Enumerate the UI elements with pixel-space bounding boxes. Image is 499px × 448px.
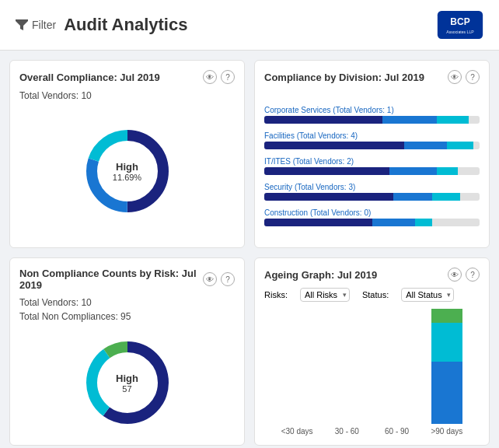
eye-icon-overall[interactable]: 👁 <box>203 70 217 84</box>
bar-chart-area: <30 days30 - 6060 - 90>90 days <box>264 308 480 436</box>
card-icons-overall: 👁 ? <box>203 70 235 84</box>
division-bar-bg-0 <box>264 116 480 124</box>
card-header-overall: Overall Compliance: Jul 2019 👁 ? <box>19 70 235 84</box>
nc-donut-container: High 57 <box>19 330 235 436</box>
division-item-4: Construction (Total Vendors: 0) <box>264 208 480 226</box>
overall-donut-main: High <box>113 161 141 173</box>
division-bar-bg-1 <box>264 142 480 149</box>
division-bar-fill-2 <box>264 167 480 175</box>
status-select-wrapper: All Status <box>401 288 454 302</box>
bar-x-labels: <30 days30 - 6060 - 90>90 days <box>264 424 480 436</box>
nc-stats: Total Vendors: 10 Total Non Compliances:… <box>19 297 235 325</box>
nc-donut-value: 57 <box>116 384 138 394</box>
division-label-0: Corporate Services (Total Vendors: 1) <box>264 106 480 114</box>
company-logo: BCP Associates LLP <box>437 9 483 40</box>
division-bar-bg-2 <box>264 167 480 175</box>
svg-text:BCP: BCP <box>450 16 469 27</box>
division-item-1: Facilities (Total Vendors: 4) <box>264 131 480 149</box>
bar-group-3 <box>430 309 464 424</box>
overall-donut-label: High 11.69% <box>113 161 141 182</box>
division-bar-fill-3 <box>264 193 480 201</box>
filter-button[interactable]: Filter <box>16 19 56 31</box>
division-bar-fill-1 <box>264 142 480 149</box>
help-icon-division[interactable]: ? <box>466 70 480 84</box>
division-bar-seg-0-1 <box>382 116 436 124</box>
division-bar-seg-1-0 <box>264 142 404 149</box>
bar-stack-3 <box>431 309 462 424</box>
eye-icon-nc[interactable]: 👁 <box>203 272 217 286</box>
bar-x-label-0: <30 days <box>280 427 314 436</box>
filter-icon <box>16 19 28 30</box>
division-bar-seg-1-1 <box>404 142 447 149</box>
nc-title: Non Compliance Counts by Risk: Jul 2019 <box>19 268 203 291</box>
status-label: Status: <box>362 290 389 299</box>
overall-donut-container: High 11.69% <box>19 104 235 238</box>
bar-seg-3-0 <box>431 362 462 424</box>
division-label-3: Security (Total Vendors: 3) <box>264 183 480 191</box>
card-header-division: Compliance by Division: Jul 2019 👁 ? <box>264 70 480 84</box>
risks-select-wrapper: All Risks <box>300 288 350 302</box>
overall-compliance-card: Overall Compliance: Jul 2019 👁 ? Total V… <box>9 60 245 248</box>
eye-icon-ageing[interactable]: 👁 <box>448 268 462 282</box>
overall-total-vendors: Total Vendors: 10 <box>19 90 235 101</box>
header-left: Filter Audit Analytics <box>16 15 187 35</box>
card-icons-division: 👁 ? <box>448 70 480 84</box>
help-icon-overall[interactable]: ? <box>221 70 235 84</box>
division-bar-fill-0 <box>264 116 480 124</box>
dashboard: Overall Compliance: Jul 2019 👁 ? Total V… <box>0 51 499 448</box>
division-bar-seg-0-0 <box>264 116 382 124</box>
division-bar-bg-3 <box>264 193 480 201</box>
card-header-nc: Non Compliance Counts by Risk: Jul 2019 … <box>19 268 235 291</box>
compliance-division-card: Compliance by Division: Jul 2019 👁 ? Cor… <box>254 60 490 248</box>
page-title: Audit Analytics <box>64 15 187 35</box>
eye-icon-division[interactable]: 👁 <box>448 70 462 84</box>
header: Filter Audit Analytics BCP Associates LL… <box>0 0 499 51</box>
division-title: Compliance by Division: Jul 2019 <box>264 72 424 83</box>
division-label-1: Facilities (Total Vendors: 4) <box>264 131 480 140</box>
overall-donut: High 11.69% <box>81 124 174 218</box>
card-header-ageing: Ageing Graph: Jul 2019 👁 ? <box>264 268 480 282</box>
division-bar-seg-1-2 <box>447 142 473 149</box>
division-label-2: IT/ITES (Total Vendors: 2) <box>264 157 480 166</box>
division-bar-seg-2-0 <box>264 167 389 175</box>
nc-total-nc: Total Non Compliances: 95 <box>19 311 235 322</box>
division-item-2: IT/ITES (Total Vendors: 2) <box>264 157 480 175</box>
division-bar-seg-3-1 <box>393 193 432 201</box>
division-bar-seg-0-2 <box>437 116 469 124</box>
nc-total-vendors: Total Vendors: 10 <box>19 297 235 308</box>
nc-donut-label: High 57 <box>116 373 138 394</box>
division-item-3: Security (Total Vendors: 3) <box>264 183 480 201</box>
non-compliance-card: Non Compliance Counts by Risk: Jul 2019 … <box>9 257 245 446</box>
status-select[interactable]: All Status <box>401 288 454 302</box>
overall-compliance-title: Overall Compliance: Jul 2019 <box>19 72 160 83</box>
overall-donut-value: 11.69% <box>113 173 141 182</box>
division-bar-seg-4-2 <box>415 219 432 226</box>
bar-chart-graph <box>264 308 480 424</box>
risks-label: Risks: <box>264 290 288 299</box>
card-icons-ageing: 👁 ? <box>448 268 480 282</box>
nc-donut-main: High <box>116 373 138 384</box>
division-label-4: Construction (Total Vendors: 0) <box>264 208 480 217</box>
ageing-graph-card: Ageing Graph: Jul 2019 👁 ? Risks: All Ri… <box>254 257 490 446</box>
ageing-title: Ageing Graph: Jul 2019 <box>264 269 377 281</box>
filter-label: Filter <box>32 19 56 31</box>
division-bar-bg-4 <box>264 219 480 226</box>
division-bar-seg-2-2 <box>437 167 459 175</box>
division-bar-seg-4-1 <box>372 219 415 226</box>
bar-seg-3-2 <box>431 309 462 323</box>
bar-seg-3-1 <box>431 323 462 362</box>
division-bar-fill-4 <box>264 219 480 226</box>
help-icon-ageing[interactable]: ? <box>466 268 480 282</box>
risks-select[interactable]: All Risks <box>300 288 350 302</box>
help-icon-nc[interactable]: ? <box>221 272 235 286</box>
nc-donut: High 57 <box>81 336 174 429</box>
division-bar-seg-3-0 <box>264 193 393 201</box>
bar-x-label-2: 60 - 90 <box>380 427 414 436</box>
division-item-0: Corporate Services (Total Vendors: 1) <box>264 106 480 124</box>
division-list: Corporate Services (Total Vendors: 1)Fac… <box>264 90 480 238</box>
bar-x-label-1: 30 - 60 <box>330 427 364 436</box>
card-icons-nc: 👁 ? <box>203 272 235 286</box>
division-bar-seg-4-0 <box>264 219 372 226</box>
ageing-controls: Risks: All Risks Status: All Status <box>264 288 480 302</box>
bar-x-label-3: >90 days <box>430 427 464 436</box>
